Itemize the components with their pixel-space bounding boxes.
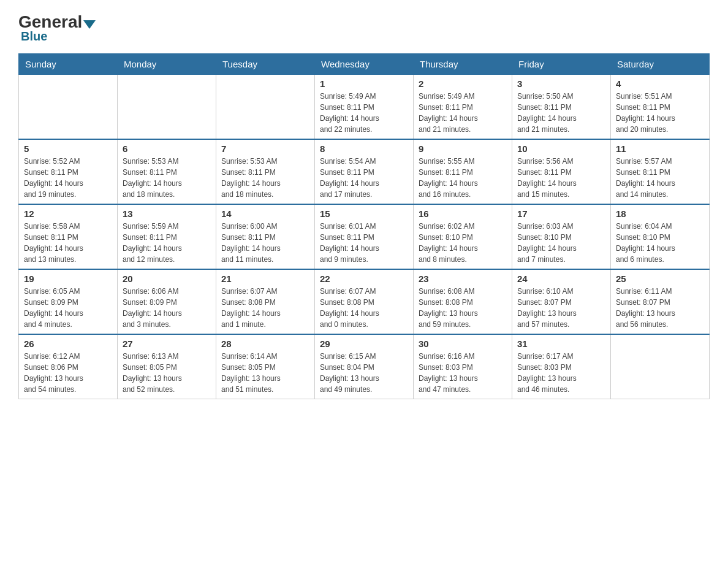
day-number: 12 <box>24 209 112 219</box>
day-info: Sunrise: 5:51 AM Sunset: 8:11 PM Dayligh… <box>616 91 704 135</box>
calendar-cell: 16Sunrise: 6:02 AM Sunset: 8:10 PM Dayli… <box>414 204 512 269</box>
weekday-header-row: SundayMondayTuesdayWednesdayThursdayFrid… <box>19 54 710 75</box>
day-info: Sunrise: 5:56 AM Sunset: 8:11 PM Dayligh… <box>517 156 605 200</box>
calendar-cell: 5Sunrise: 5:52 AM Sunset: 8:11 PM Daylig… <box>19 139 118 204</box>
day-number: 1 <box>320 79 408 89</box>
day-number: 29 <box>320 339 408 349</box>
day-info: Sunrise: 6:13 AM Sunset: 8:05 PM Dayligh… <box>123 351 211 395</box>
calendar-cell: 20Sunrise: 6:06 AM Sunset: 8:09 PM Dayli… <box>118 269 216 334</box>
day-info: Sunrise: 6:07 AM Sunset: 8:08 PM Dayligh… <box>320 286 408 330</box>
header: General Blue <box>18 12 710 44</box>
calendar-cell: 31Sunrise: 6:17 AM Sunset: 8:03 PM Dayli… <box>512 334 611 399</box>
calendar-cell: 1Sunrise: 5:49 AM Sunset: 8:11 PM Daylig… <box>315 75 414 140</box>
calendar-cell: 4Sunrise: 5:51 AM Sunset: 8:11 PM Daylig… <box>611 75 710 140</box>
calendar-cell: 22Sunrise: 6:07 AM Sunset: 8:08 PM Dayli… <box>315 269 414 334</box>
day-number: 26 <box>24 339 112 349</box>
calendar-cell: 3Sunrise: 5:50 AM Sunset: 8:11 PM Daylig… <box>512 75 611 140</box>
weekday-header-friday: Friday <box>512 54 611 75</box>
day-number: 25 <box>616 274 704 284</box>
day-number: 27 <box>123 339 211 349</box>
weekday-header-wednesday: Wednesday <box>315 54 414 75</box>
day-number: 17 <box>517 209 605 219</box>
day-info: Sunrise: 5:49 AM Sunset: 8:11 PM Dayligh… <box>320 91 408 135</box>
calendar-cell: 14Sunrise: 6:00 AM Sunset: 8:11 PM Dayli… <box>216 204 315 269</box>
day-info: Sunrise: 6:01 AM Sunset: 8:11 PM Dayligh… <box>320 221 408 265</box>
day-info: Sunrise: 5:52 AM Sunset: 8:11 PM Dayligh… <box>24 156 112 200</box>
day-number: 22 <box>320 274 408 284</box>
day-info: Sunrise: 5:49 AM Sunset: 8:11 PM Dayligh… <box>419 91 507 135</box>
calendar-cell: 28Sunrise: 6:14 AM Sunset: 8:05 PM Dayli… <box>216 334 315 399</box>
day-info: Sunrise: 6:02 AM Sunset: 8:10 PM Dayligh… <box>419 221 507 265</box>
calendar-cell: 29Sunrise: 6:15 AM Sunset: 8:04 PM Dayli… <box>315 334 414 399</box>
day-info: Sunrise: 6:14 AM Sunset: 8:05 PM Dayligh… <box>221 351 309 395</box>
day-info: Sunrise: 6:00 AM Sunset: 8:11 PM Dayligh… <box>221 221 309 265</box>
calendar-week-row: 5Sunrise: 5:52 AM Sunset: 8:11 PM Daylig… <box>19 139 710 204</box>
day-info: Sunrise: 6:07 AM Sunset: 8:08 PM Dayligh… <box>221 286 309 330</box>
logo: General Blue <box>18 12 97 44</box>
day-number: 18 <box>616 209 704 219</box>
calendar-cell: 12Sunrise: 5:58 AM Sunset: 8:11 PM Dayli… <box>19 204 118 269</box>
day-info: Sunrise: 5:58 AM Sunset: 8:11 PM Dayligh… <box>24 221 112 265</box>
calendar-cell: 30Sunrise: 6:16 AM Sunset: 8:03 PM Dayli… <box>414 334 512 399</box>
day-info: Sunrise: 5:53 AM Sunset: 8:11 PM Dayligh… <box>221 156 309 200</box>
calendar-cell <box>118 75 216 140</box>
day-info: Sunrise: 5:57 AM Sunset: 8:11 PM Dayligh… <box>616 156 704 200</box>
calendar-week-row: 26Sunrise: 6:12 AM Sunset: 8:06 PM Dayli… <box>19 334 710 399</box>
calendar-cell: 6Sunrise: 5:53 AM Sunset: 8:11 PM Daylig… <box>118 139 216 204</box>
day-info: Sunrise: 6:06 AM Sunset: 8:09 PM Dayligh… <box>123 286 211 330</box>
day-number: 5 <box>24 144 112 154</box>
day-number: 4 <box>616 79 704 89</box>
day-number: 9 <box>419 144 507 154</box>
calendar-cell: 9Sunrise: 5:55 AM Sunset: 8:11 PM Daylig… <box>414 139 512 204</box>
calendar-cell <box>19 75 118 140</box>
day-number: 14 <box>221 209 309 219</box>
day-number: 28 <box>221 339 309 349</box>
day-info: Sunrise: 6:04 AM Sunset: 8:10 PM Dayligh… <box>616 221 704 265</box>
logo-blue-text: Blue <box>21 29 47 44</box>
day-info: Sunrise: 6:17 AM Sunset: 8:03 PM Dayligh… <box>517 351 605 395</box>
calendar-week-row: 12Sunrise: 5:58 AM Sunset: 8:11 PM Dayli… <box>19 204 710 269</box>
calendar-cell: 23Sunrise: 6:08 AM Sunset: 8:08 PM Dayli… <box>414 269 512 334</box>
day-number: 11 <box>616 144 704 154</box>
weekday-header-saturday: Saturday <box>611 54 710 75</box>
day-number: 19 <box>24 274 112 284</box>
day-info: Sunrise: 5:53 AM Sunset: 8:11 PM Dayligh… <box>123 156 211 200</box>
day-info: Sunrise: 6:05 AM Sunset: 8:09 PM Dayligh… <box>24 286 112 330</box>
day-info: Sunrise: 6:03 AM Sunset: 8:10 PM Dayligh… <box>517 221 605 265</box>
calendar-cell: 15Sunrise: 6:01 AM Sunset: 8:11 PM Dayli… <box>315 204 414 269</box>
calendar-cell: 19Sunrise: 6:05 AM Sunset: 8:09 PM Dayli… <box>19 269 118 334</box>
weekday-header-tuesday: Tuesday <box>216 54 315 75</box>
weekday-header-monday: Monday <box>118 54 216 75</box>
day-number: 15 <box>320 209 408 219</box>
day-info: Sunrise: 5:50 AM Sunset: 8:11 PM Dayligh… <box>517 91 605 135</box>
calendar-cell: 2Sunrise: 5:49 AM Sunset: 8:11 PM Daylig… <box>414 75 512 140</box>
day-number: 24 <box>517 274 605 284</box>
day-number: 3 <box>517 79 605 89</box>
calendar-cell: 18Sunrise: 6:04 AM Sunset: 8:10 PM Dayli… <box>611 204 710 269</box>
calendar-cell <box>216 75 315 140</box>
calendar-week-row: 19Sunrise: 6:05 AM Sunset: 8:09 PM Dayli… <box>19 269 710 334</box>
day-info: Sunrise: 5:59 AM Sunset: 8:11 PM Dayligh… <box>123 221 211 265</box>
logo-arrow-icon <box>83 20 96 29</box>
calendar-cell: 17Sunrise: 6:03 AM Sunset: 8:10 PM Dayli… <box>512 204 611 269</box>
day-info: Sunrise: 5:54 AM Sunset: 8:11 PM Dayligh… <box>320 156 408 200</box>
day-number: 6 <box>123 144 211 154</box>
day-number: 30 <box>419 339 507 349</box>
day-info: Sunrise: 6:16 AM Sunset: 8:03 PM Dayligh… <box>419 351 507 395</box>
weekday-header-sunday: Sunday <box>19 54 118 75</box>
day-info: Sunrise: 6:12 AM Sunset: 8:06 PM Dayligh… <box>24 351 112 395</box>
day-number: 31 <box>517 339 605 349</box>
day-number: 23 <box>419 274 507 284</box>
day-number: 21 <box>221 274 309 284</box>
calendar-cell: 11Sunrise: 5:57 AM Sunset: 8:11 PM Dayli… <box>611 139 710 204</box>
day-number: 2 <box>419 79 507 89</box>
day-number: 10 <box>517 144 605 154</box>
calendar-cell: 10Sunrise: 5:56 AM Sunset: 8:11 PM Dayli… <box>512 139 611 204</box>
day-info: Sunrise: 6:08 AM Sunset: 8:08 PM Dayligh… <box>419 286 507 330</box>
calendar-cell: 21Sunrise: 6:07 AM Sunset: 8:08 PM Dayli… <box>216 269 315 334</box>
calendar-table: SundayMondayTuesdayWednesdayThursdayFrid… <box>18 53 710 399</box>
calendar-cell <box>611 334 710 399</box>
calendar-cell: 27Sunrise: 6:13 AM Sunset: 8:05 PM Dayli… <box>118 334 216 399</box>
calendar-cell: 26Sunrise: 6:12 AM Sunset: 8:06 PM Dayli… <box>19 334 118 399</box>
calendar-cell: 7Sunrise: 5:53 AM Sunset: 8:11 PM Daylig… <box>216 139 315 204</box>
